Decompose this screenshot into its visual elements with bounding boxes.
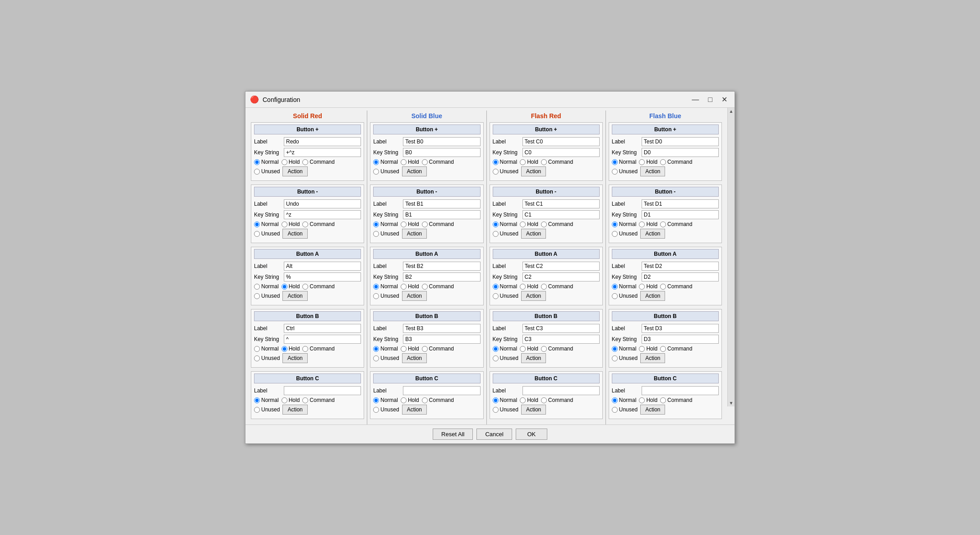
label-input-flash-red-button-a[interactable] [522, 262, 600, 271]
scrollbar-right[interactable]: ▲ ▼ [727, 108, 735, 406]
action-button-solid-blue-button-minus[interactable]: Action [402, 229, 427, 239]
label-input-solid-red-button-a[interactable] [284, 262, 361, 271]
radio-command-solid-red-button-minus[interactable]: Command [302, 221, 334, 227]
radio-unused-solid-blue-button-b[interactable]: Unused [373, 355, 399, 361]
radio-input-normal-solid-red-button-plus[interactable] [254, 159, 260, 165]
radio-input-command-solid-blue-button-plus[interactable] [422, 159, 428, 165]
action-button-solid-red-button-plus[interactable]: Action [282, 166, 307, 176]
scroll-up-arrow[interactable]: ▲ [729, 109, 734, 114]
radio-command-flash-blue-button-minus[interactable]: Command [660, 221, 692, 227]
label-input-flash-blue-button-minus[interactable] [642, 199, 719, 208]
radio-unused-flash-red-button-a[interactable]: Unused [493, 293, 518, 299]
action-button-flash-red-button-c[interactable]: Action [521, 405, 546, 415]
radio-input-unused-solid-red-button-minus[interactable] [254, 231, 260, 237]
radio-input-normal-solid-blue-button-plus[interactable] [373, 159, 379, 165]
action-button-solid-red-button-minus[interactable]: Action [282, 229, 307, 239]
radio-command-solid-red-button-plus[interactable]: Command [302, 159, 334, 165]
radio-unused-solid-red-button-a[interactable]: Unused [254, 293, 280, 299]
radio-unused-flash-blue-button-c[interactable]: Unused [612, 406, 638, 413]
radio-input-hold-flash-red-button-minus[interactable] [520, 221, 526, 227]
radio-command-solid-blue-button-b[interactable]: Command [422, 346, 454, 352]
radio-input-normal-solid-red-button-b[interactable] [254, 346, 260, 352]
action-button-solid-red-button-b[interactable]: Action [282, 353, 307, 363]
label-input-solid-blue-button-c[interactable] [403, 386, 480, 395]
radio-normal-flash-blue-button-a[interactable]: Normal [612, 283, 637, 290]
radio-input-unused-solid-red-button-b[interactable] [254, 355, 260, 361]
radio-normal-flash-blue-button-c[interactable]: Normal [612, 397, 637, 403]
radio-input-command-solid-red-button-a[interactable] [302, 284, 308, 290]
radio-input-command-solid-red-button-c[interactable] [302, 397, 308, 403]
label-input-flash-red-button-c[interactable] [522, 386, 600, 395]
radio-input-unused-flash-red-button-b[interactable] [493, 355, 499, 361]
radio-input-hold-solid-red-button-b[interactable] [282, 346, 287, 352]
radio-hold-flash-red-button-b[interactable]: Hold [520, 346, 538, 352]
radio-normal-solid-red-button-c[interactable]: Normal [254, 397, 279, 403]
label-input-flash-blue-button-a[interactable] [642, 262, 719, 271]
label-input-flash-blue-button-plus[interactable] [642, 137, 719, 146]
radio-hold-flash-red-button-plus[interactable]: Hold [520, 159, 538, 165]
radio-normal-flash-red-button-b[interactable]: Normal [493, 346, 518, 352]
radio-command-flash-red-button-minus[interactable]: Command [541, 221, 573, 227]
radio-command-solid-blue-button-minus[interactable]: Command [422, 221, 454, 227]
radio-input-hold-flash-red-button-plus[interactable] [520, 159, 526, 165]
radio-normal-solid-red-button-plus[interactable]: Normal [254, 159, 279, 165]
action-button-solid-red-button-a[interactable]: Action [282, 291, 307, 301]
keystring-input-flash-blue-button-b[interactable] [642, 335, 719, 344]
radio-normal-solid-blue-button-b[interactable]: Normal [373, 346, 398, 352]
radio-input-normal-flash-blue-button-plus[interactable] [612, 159, 618, 165]
radio-input-normal-solid-red-button-minus[interactable] [254, 221, 260, 227]
radio-hold-flash-red-button-minus[interactable]: Hold [520, 221, 538, 227]
radio-command-flash-blue-button-b[interactable]: Command [660, 346, 692, 352]
radio-unused-solid-blue-button-c[interactable]: Unused [373, 406, 399, 413]
radio-hold-solid-red-button-a[interactable]: Hold [282, 283, 300, 290]
keystring-input-flash-red-button-minus[interactable] [522, 210, 600, 219]
radio-unused-flash-red-button-minus[interactable]: Unused [493, 231, 518, 237]
radio-command-flash-red-button-plus[interactable]: Command [541, 159, 573, 165]
radio-unused-flash-red-button-plus[interactable]: Unused [493, 168, 518, 175]
radio-input-command-solid-red-button-minus[interactable] [302, 221, 308, 227]
radio-input-hold-solid-blue-button-c[interactable] [401, 397, 407, 403]
radio-input-unused-solid-blue-button-a[interactable] [373, 293, 379, 299]
keystring-input-flash-red-button-a[interactable] [522, 272, 600, 281]
radio-input-unused-flash-red-button-plus[interactable] [493, 169, 499, 175]
radio-input-hold-flash-blue-button-minus[interactable] [639, 221, 645, 227]
radio-unused-flash-red-button-b[interactable]: Unused [493, 355, 518, 361]
label-input-solid-red-button-b[interactable] [284, 324, 361, 333]
radio-input-hold-flash-red-button-b[interactable] [520, 346, 526, 352]
radio-input-normal-solid-blue-button-a[interactable] [373, 284, 379, 290]
radio-input-hold-flash-blue-button-b[interactable] [639, 346, 645, 352]
action-button-solid-blue-button-a[interactable]: Action [402, 291, 427, 301]
radio-input-command-flash-red-button-minus[interactable] [541, 221, 547, 227]
reset-all-button[interactable]: Reset All [433, 429, 473, 440]
radio-hold-flash-blue-button-c[interactable]: Hold [639, 397, 657, 403]
close-button[interactable]: ✕ [719, 94, 730, 105]
radio-input-normal-flash-red-button-c[interactable] [493, 397, 499, 403]
radio-input-hold-flash-blue-button-plus[interactable] [639, 159, 645, 165]
radio-input-command-solid-red-button-plus[interactable] [302, 159, 308, 165]
radio-command-solid-red-button-a[interactable]: Command [302, 283, 334, 290]
radio-unused-flash-blue-button-plus[interactable]: Unused [612, 168, 638, 175]
radio-normal-flash-red-button-plus[interactable]: Normal [493, 159, 518, 165]
radio-normal-flash-red-button-minus[interactable]: Normal [493, 221, 518, 227]
label-input-flash-blue-button-c[interactable] [642, 386, 719, 395]
radio-hold-solid-blue-button-plus[interactable]: Hold [401, 159, 419, 165]
action-button-flash-blue-button-minus[interactable]: Action [640, 229, 665, 239]
action-button-flash-red-button-a[interactable]: Action [521, 291, 546, 301]
radio-normal-flash-blue-button-minus[interactable]: Normal [612, 221, 637, 227]
action-button-flash-blue-button-a[interactable]: Action [640, 291, 665, 301]
keystring-input-flash-blue-button-plus[interactable] [642, 148, 719, 157]
radio-input-hold-solid-red-button-a[interactable] [282, 284, 287, 290]
keystring-input-solid-red-button-b[interactable] [284, 335, 361, 344]
radio-unused-solid-blue-button-plus[interactable]: Unused [373, 168, 399, 175]
keystring-input-flash-blue-button-minus[interactable] [642, 210, 719, 219]
label-input-solid-blue-button-a[interactable] [403, 262, 480, 271]
radio-input-unused-solid-blue-button-minus[interactable] [373, 231, 379, 237]
keystring-input-flash-blue-button-a[interactable] [642, 272, 719, 281]
radio-normal-flash-blue-button-b[interactable]: Normal [612, 346, 637, 352]
radio-input-normal-flash-red-button-b[interactable] [493, 346, 499, 352]
label-input-flash-red-button-plus[interactable] [522, 137, 600, 146]
radio-input-unused-solid-blue-button-b[interactable] [373, 355, 379, 361]
label-input-solid-red-button-minus[interactable] [284, 199, 361, 208]
radio-input-hold-flash-blue-button-a[interactable] [639, 284, 645, 290]
radio-input-normal-flash-red-button-plus[interactable] [493, 159, 499, 165]
